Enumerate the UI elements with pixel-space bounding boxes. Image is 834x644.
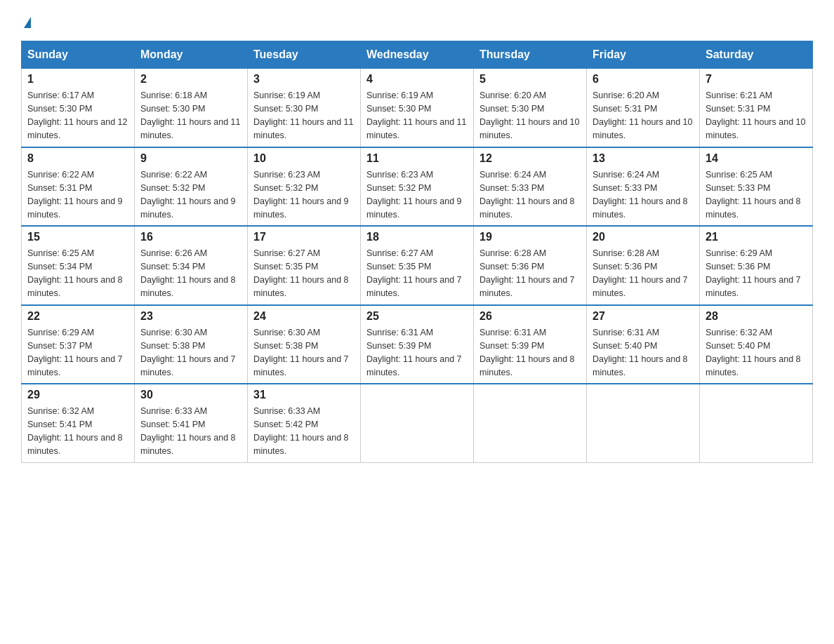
- day-number: 15: [27, 231, 128, 243]
- col-header-tuesday: Tuesday: [248, 41, 361, 69]
- col-header-saturday: Saturday: [700, 41, 813, 69]
- calendar-cell: [700, 384, 813, 462]
- day-number: 11: [366, 152, 468, 165]
- calendar-header-row: SundayMondayTuesdayWednesdayThursdayFrid…: [22, 41, 813, 69]
- calendar-cell: 27 Sunrise: 6:31 AMSunset: 5:40 PMDaylig…: [587, 305, 700, 384]
- calendar-table: SundayMondayTuesdayWednesdayThursdayFrid…: [21, 41, 813, 463]
- calendar-cell: 7 Sunrise: 6:21 AMSunset: 5:31 PMDayligh…: [700, 69, 813, 147]
- calendar-cell: 20 Sunrise: 6:28 AMSunset: 5:36 PMDaylig…: [587, 226, 700, 305]
- calendar-cell: 1 Sunrise: 6:17 AMSunset: 5:30 PMDayligh…: [22, 69, 135, 147]
- calendar-cell: 19 Sunrise: 6:28 AMSunset: 5:36 PMDaylig…: [474, 226, 587, 305]
- day-info: Sunrise: 6:27 AMSunset: 5:35 PMDaylight:…: [366, 248, 462, 298]
- day-info: Sunrise: 6:33 AMSunset: 5:41 PMDaylight:…: [140, 406, 236, 456]
- day-number: 29: [27, 389, 128, 401]
- day-info: Sunrise: 6:25 AMSunset: 5:34 PMDaylight:…: [27, 248, 123, 298]
- calendar-week-5: 29 Sunrise: 6:32 AMSunset: 5:41 PMDaylig…: [22, 384, 813, 462]
- calendar-cell: 11 Sunrise: 6:23 AMSunset: 5:32 PMDaylig…: [361, 147, 474, 227]
- calendar-cell: 21 Sunrise: 6:29 AMSunset: 5:36 PMDaylig…: [700, 226, 813, 305]
- calendar-cell: 23 Sunrise: 6:30 AMSunset: 5:38 PMDaylig…: [135, 305, 248, 384]
- day-number: 3: [253, 73, 355, 86]
- col-header-sunday: Sunday: [22, 41, 135, 69]
- day-info: Sunrise: 6:30 AMSunset: 5:38 PMDaylight:…: [253, 328, 349, 377]
- calendar-cell: 3 Sunrise: 6:19 AMSunset: 5:30 PMDayligh…: [248, 69, 361, 147]
- calendar-week-3: 15 Sunrise: 6:25 AMSunset: 5:34 PMDaylig…: [22, 226, 813, 305]
- day-info: Sunrise: 6:26 AMSunset: 5:34 PMDaylight:…: [140, 248, 236, 298]
- calendar-cell: 30 Sunrise: 6:33 AMSunset: 5:41 PMDaylig…: [135, 384, 248, 462]
- day-info: Sunrise: 6:24 AMSunset: 5:33 PMDaylight:…: [479, 170, 575, 220]
- day-number: 10: [253, 152, 355, 165]
- day-number: 17: [253, 231, 355, 243]
- day-info: Sunrise: 6:29 AMSunset: 5:36 PMDaylight:…: [706, 248, 801, 298]
- day-number: 23: [140, 310, 241, 323]
- day-number: 4: [366, 73, 468, 86]
- day-info: Sunrise: 6:31 AMSunset: 5:39 PMDaylight:…: [479, 328, 575, 377]
- calendar-cell: 31 Sunrise: 6:33 AMSunset: 5:42 PMDaylig…: [248, 384, 361, 462]
- day-number: 9: [140, 152, 241, 165]
- day-number: 7: [706, 73, 807, 86]
- day-info: Sunrise: 6:20 AMSunset: 5:30 PMDaylight:…: [479, 90, 579, 140]
- day-info: Sunrise: 6:20 AMSunset: 5:31 PMDaylight:…: [593, 90, 692, 140]
- calendar-cell: 18 Sunrise: 6:27 AMSunset: 5:35 PMDaylig…: [361, 226, 474, 305]
- calendar-cell: 2 Sunrise: 6:18 AMSunset: 5:30 PMDayligh…: [135, 69, 248, 147]
- calendar-cell: [587, 384, 700, 462]
- calendar-cell: 17 Sunrise: 6:27 AMSunset: 5:35 PMDaylig…: [248, 226, 361, 305]
- calendar-cell: 22 Sunrise: 6:29 AMSunset: 5:37 PMDaylig…: [22, 305, 135, 384]
- day-number: 24: [253, 310, 355, 323]
- calendar-cell: 15 Sunrise: 6:25 AMSunset: 5:34 PMDaylig…: [22, 226, 135, 305]
- calendar-week-2: 8 Sunrise: 6:22 AMSunset: 5:31 PMDayligh…: [22, 147, 813, 227]
- col-header-monday: Monday: [135, 41, 248, 69]
- calendar-week-4: 22 Sunrise: 6:29 AMSunset: 5:37 PMDaylig…: [22, 305, 813, 384]
- day-number: 20: [593, 231, 694, 243]
- day-number: 30: [140, 389, 241, 401]
- day-info: Sunrise: 6:21 AMSunset: 5:31 PMDaylight:…: [706, 90, 805, 140]
- day-info: Sunrise: 6:23 AMSunset: 5:32 PMDaylight:…: [366, 170, 462, 220]
- day-number: 18: [366, 231, 468, 243]
- calendar-cell: 24 Sunrise: 6:30 AMSunset: 5:38 PMDaylig…: [248, 305, 361, 384]
- day-number: 16: [140, 231, 241, 243]
- day-number: 12: [479, 152, 581, 165]
- day-number: 26: [479, 310, 581, 323]
- day-info: Sunrise: 6:19 AMSunset: 5:30 PMDaylight:…: [366, 90, 466, 140]
- calendar-cell: [361, 384, 474, 462]
- day-number: 31: [253, 389, 355, 401]
- day-number: 14: [706, 152, 807, 165]
- calendar-cell: 13 Sunrise: 6:24 AMSunset: 5:33 PMDaylig…: [587, 147, 700, 227]
- day-number: 6: [593, 73, 694, 86]
- day-number: 27: [593, 310, 694, 323]
- page-header: [21, 14, 813, 28]
- day-info: Sunrise: 6:24 AMSunset: 5:33 PMDaylight:…: [593, 170, 688, 220]
- day-number: 19: [479, 231, 581, 243]
- day-info: Sunrise: 6:18 AMSunset: 5:30 PMDaylight:…: [140, 90, 240, 140]
- day-number: 21: [706, 231, 807, 243]
- calendar-cell: 5 Sunrise: 6:20 AMSunset: 5:30 PMDayligh…: [474, 69, 587, 147]
- calendar-week-1: 1 Sunrise: 6:17 AMSunset: 5:30 PMDayligh…: [22, 69, 813, 147]
- calendar-cell: 26 Sunrise: 6:31 AMSunset: 5:39 PMDaylig…: [474, 305, 587, 384]
- calendar-cell: [474, 384, 587, 462]
- calendar-cell: 28 Sunrise: 6:32 AMSunset: 5:40 PMDaylig…: [700, 305, 813, 384]
- day-info: Sunrise: 6:31 AMSunset: 5:39 PMDaylight:…: [366, 328, 462, 377]
- day-number: 2: [140, 73, 241, 86]
- day-info: Sunrise: 6:32 AMSunset: 5:41 PMDaylight:…: [27, 406, 123, 456]
- logo-triangle-icon: [24, 17, 31, 28]
- col-header-thursday: Thursday: [474, 41, 587, 69]
- logo: [21, 14, 31, 28]
- calendar-cell: 6 Sunrise: 6:20 AMSunset: 5:31 PMDayligh…: [587, 69, 700, 147]
- col-header-wednesday: Wednesday: [361, 41, 474, 69]
- calendar-cell: 12 Sunrise: 6:24 AMSunset: 5:33 PMDaylig…: [474, 147, 587, 227]
- calendar-cell: 29 Sunrise: 6:32 AMSunset: 5:41 PMDaylig…: [22, 384, 135, 462]
- calendar-cell: 8 Sunrise: 6:22 AMSunset: 5:31 PMDayligh…: [22, 147, 135, 227]
- day-number: 22: [27, 310, 128, 323]
- day-info: Sunrise: 6:27 AMSunset: 5:35 PMDaylight:…: [253, 248, 349, 298]
- calendar-cell: 25 Sunrise: 6:31 AMSunset: 5:39 PMDaylig…: [361, 305, 474, 384]
- day-info: Sunrise: 6:17 AMSunset: 5:30 PMDaylight:…: [27, 90, 127, 140]
- day-info: Sunrise: 6:22 AMSunset: 5:31 PMDaylight:…: [27, 170, 123, 220]
- day-number: 13: [593, 152, 694, 165]
- day-number: 5: [479, 73, 581, 86]
- day-info: Sunrise: 6:33 AMSunset: 5:42 PMDaylight:…: [253, 406, 349, 456]
- day-info: Sunrise: 6:19 AMSunset: 5:30 PMDaylight:…: [253, 90, 353, 140]
- calendar-cell: 14 Sunrise: 6:25 AMSunset: 5:33 PMDaylig…: [700, 147, 813, 227]
- day-info: Sunrise: 6:28 AMSunset: 5:36 PMDaylight:…: [479, 248, 575, 298]
- col-header-friday: Friday: [587, 41, 700, 69]
- calendar-cell: 10 Sunrise: 6:23 AMSunset: 5:32 PMDaylig…: [248, 147, 361, 227]
- day-number: 28: [706, 310, 807, 323]
